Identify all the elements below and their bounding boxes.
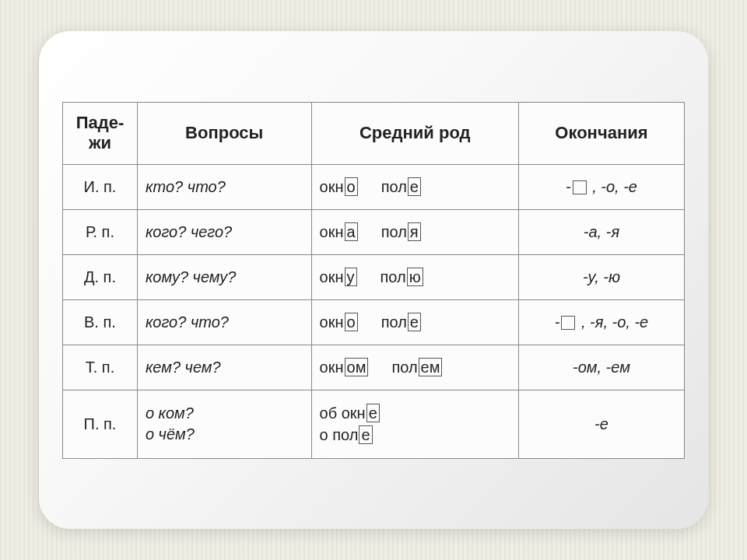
- document-card: Паде- жи Вопросы Средний род Окончания И…: [39, 31, 708, 529]
- endings-cell: -у, -ю: [518, 254, 684, 299]
- header-questions: Вопросы: [137, 102, 311, 164]
- word-stem: окн: [320, 223, 344, 240]
- word-1: окно: [320, 313, 358, 331]
- word-stem: пол: [381, 223, 407, 240]
- table-row: Д. п. кому? чему? окну полю -у, -ю: [63, 254, 685, 299]
- ending-post: , -я, -о, -е: [577, 313, 648, 331]
- neuter-cell: окну полю: [311, 254, 518, 299]
- case-label: Т. п.: [63, 345, 138, 390]
- question-cell: кем? чем?: [137, 345, 311, 390]
- word-2: полем: [391, 358, 442, 376]
- word-row: окно поле: [320, 313, 510, 331]
- header-questions-text: Вопросы: [185, 123, 263, 142]
- endings-cell: - , -о, -е: [518, 164, 684, 209]
- empty-box-icon: [573, 180, 587, 194]
- word-1: окно: [320, 177, 358, 196]
- word-2: полю: [381, 268, 423, 286]
- endings-cell: -е: [518, 390, 684, 458]
- endings-cell: -а, -я: [518, 209, 684, 254]
- neuter-cell: окно поле: [311, 299, 518, 345]
- case-label: И. п.: [63, 164, 138, 209]
- word-stem: окн: [320, 178, 344, 195]
- word-preposition: об: [320, 404, 342, 422]
- word-1: окна: [320, 222, 358, 241]
- endings-cell: - , -я, -о, -е: [518, 299, 684, 345]
- neuter-cell: окно поле: [311, 164, 518, 209]
- ending-post: , -о, -е: [588, 178, 637, 195]
- case-label: Р. п.: [63, 209, 138, 254]
- word-row: окно поле: [320, 177, 510, 196]
- word-ending-highlight: о: [345, 177, 358, 196]
- neuter-cell: окном полем: [311, 345, 518, 390]
- case-label: Д. п.: [63, 254, 138, 299]
- word-ending-highlight: ем: [419, 358, 443, 376]
- question-cell: кого? что?: [137, 299, 311, 345]
- word-row: окном полем: [320, 358, 510, 376]
- question-line-1: о ком?: [146, 404, 303, 422]
- word-stem: пол: [381, 268, 406, 285]
- header-endings: Окончания: [518, 102, 684, 164]
- word-ending-highlight: е: [408, 177, 421, 196]
- question-cell: кого? чего?: [137, 209, 311, 254]
- word-stem: пол: [332, 426, 358, 443]
- question-cell: о ком? о чём?: [137, 390, 311, 458]
- word-preposition: о: [320, 426, 333, 443]
- cases-table: Паде- жи Вопросы Средний род Окончания И…: [62, 102, 685, 459]
- word-stem: окн: [320, 313, 344, 331]
- word-ending-highlight: о: [345, 313, 358, 331]
- case-label: П. п.: [63, 390, 138, 458]
- header-cases-text: Паде- жи: [76, 113, 124, 152]
- ending-pre: -: [555, 313, 560, 331]
- endings-cell: -ом, -ем: [518, 345, 684, 390]
- neuter-cell: об окне о поле: [311, 390, 518, 458]
- header-row: Паде- жи Вопросы Средний род Окончания: [63, 102, 685, 164]
- word-lines: об окне о поле: [320, 404, 510, 444]
- header-neuter: Средний род: [311, 102, 518, 164]
- word-2: о поле: [320, 425, 510, 444]
- word-stem: окн: [320, 268, 344, 285]
- word-1: окну: [320, 268, 357, 286]
- header-neuter-text: Средний род: [359, 123, 471, 142]
- table-row: В. п. кого? что? окно поле - , -я, -о, -…: [63, 299, 685, 345]
- word-stem: пол: [381, 313, 407, 331]
- word-2: поля: [381, 222, 421, 241]
- word-2: поле: [381, 313, 421, 331]
- word-ending-highlight: а: [345, 222, 358, 241]
- word-stem: пол: [391, 359, 417, 376]
- word-1: окном: [320, 358, 369, 376]
- table-row: Р. п. кого? чего? окна поля -а, -я: [63, 209, 685, 254]
- header-cases: Паде- жи: [63, 102, 138, 164]
- question-line-2: о чём?: [146, 425, 303, 443]
- case-label: В. п.: [63, 299, 138, 345]
- word-ending-highlight: я: [408, 222, 421, 241]
- word-stem: окн: [342, 404, 366, 422]
- word-stem: пол: [381, 178, 407, 195]
- word-ending-highlight: е: [366, 404, 380, 422]
- word-1: об окне: [320, 404, 510, 422]
- table-row: И. п. кто? что? окно поле - , -о, -е: [63, 164, 685, 209]
- table-row: Т. п. кем? чем? окном полем -ом, -ем: [63, 345, 685, 390]
- word-ending-highlight: е: [408, 313, 421, 331]
- table-row: П. п. о ком? о чём? об окне о поле -е: [63, 390, 685, 458]
- ending-pre: -: [566, 178, 571, 195]
- word-row: окна поля: [320, 222, 510, 241]
- word-stem: окн: [320, 359, 344, 376]
- question-cell: кому? чему?: [137, 254, 311, 299]
- question-lines: о ком? о чём?: [146, 404, 303, 443]
- neuter-cell: окна поля: [311, 209, 518, 254]
- word-ending-highlight: ю: [407, 268, 423, 286]
- word-ending-highlight: у: [345, 268, 357, 286]
- word-2: поле: [381, 177, 421, 196]
- word-ending-highlight: е: [359, 425, 372, 444]
- empty-box-icon: [561, 316, 575, 330]
- header-endings-text: Окончания: [555, 123, 647, 142]
- question-cell: кто? что?: [137, 164, 311, 209]
- word-ending-highlight: ом: [345, 358, 369, 376]
- word-row: окну полю: [320, 268, 510, 286]
